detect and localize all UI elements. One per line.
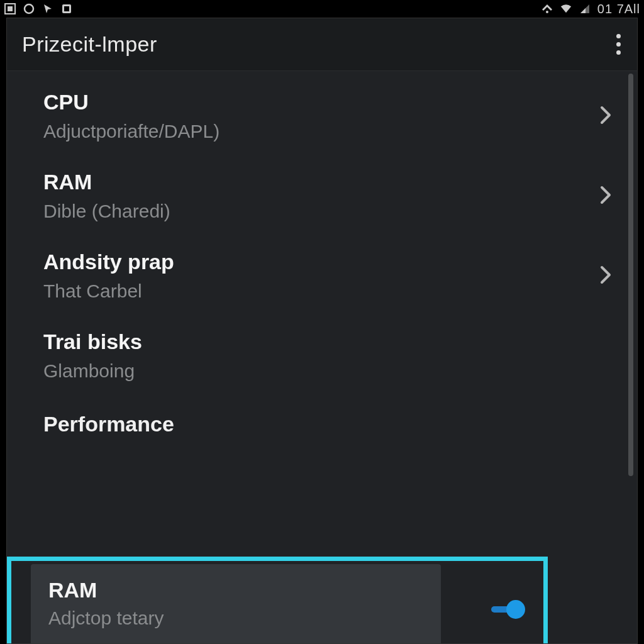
status-icon-app2 — [60, 3, 73, 15]
app-window: Prizecit-lmper CPU Adjuctporiafte/DAPL) … — [6, 18, 638, 644]
app-bar: Prizecit-lmper — [7, 18, 637, 71]
row-subtitle: That Carbel — [43, 280, 592, 302]
row-title: RAM — [48, 578, 423, 602]
signal-icon — [579, 3, 591, 15]
status-clock: 01 7All — [597, 2, 640, 16]
row-subtitle: Dible (Charedi) — [43, 201, 592, 222]
wifi-icon — [560, 3, 572, 15]
row-title: Andsity prap — [43, 250, 592, 274]
setting-row-ram-highlighted[interactable]: RAM Adjctop tetary — [31, 564, 441, 643]
chevron-right-icon — [599, 185, 612, 208]
svg-point-5 — [546, 11, 548, 13]
setting-row-ram[interactable]: RAM Dible (Charedi) — [7, 156, 637, 236]
section-header-performance: Performance — [7, 396, 637, 439]
row-subtitle: Adjuctporiafte/DAPL) — [43, 121, 592, 142]
settings-list: CPU Adjuctporiafte/DAPL) RAM Dible (Char… — [7, 71, 637, 439]
overflow-menu-button[interactable] — [611, 29, 626, 60]
setting-row-andsity[interactable]: Andsity prap That Carbel — [7, 236, 637, 316]
status-icon-ring — [23, 3, 35, 15]
chevron-right-icon — [599, 265, 612, 287]
settings-scroll[interactable]: CPU Adjuctporiafte/DAPL) RAM Dible (Char… — [7, 71, 637, 643]
svg-point-2 — [25, 4, 33, 13]
row-title: RAM — [43, 170, 592, 194]
cast-icon — [541, 3, 553, 15]
svg-rect-1 — [8, 6, 13, 11]
setting-row-cpu[interactable]: CPU Adjuctporiafte/DAPL) — [7, 76, 637, 156]
status-icon-app1 — [4, 3, 16, 15]
toggle-thumb — [506, 600, 525, 619]
row-subtitle: Glamboing — [43, 360, 592, 382]
ram-toggle[interactable] — [491, 601, 531, 618]
setting-row-trai[interactable]: Trai bisks Glamboing — [7, 316, 637, 396]
page-title: Prizecit-lmper — [22, 32, 157, 57]
status-icon-cursor — [42, 3, 54, 15]
status-right: 01 7All — [541, 2, 640, 16]
row-title: Trai bisks — [43, 330, 592, 354]
chevron-right-icon — [599, 105, 612, 128]
status-bar: 01 7All — [0, 0, 644, 18]
status-left — [4, 3, 73, 15]
svg-rect-4 — [64, 6, 69, 11]
row-subtitle: Adjctop tetary — [48, 608, 423, 629]
row-title: CPU — [43, 90, 592, 114]
